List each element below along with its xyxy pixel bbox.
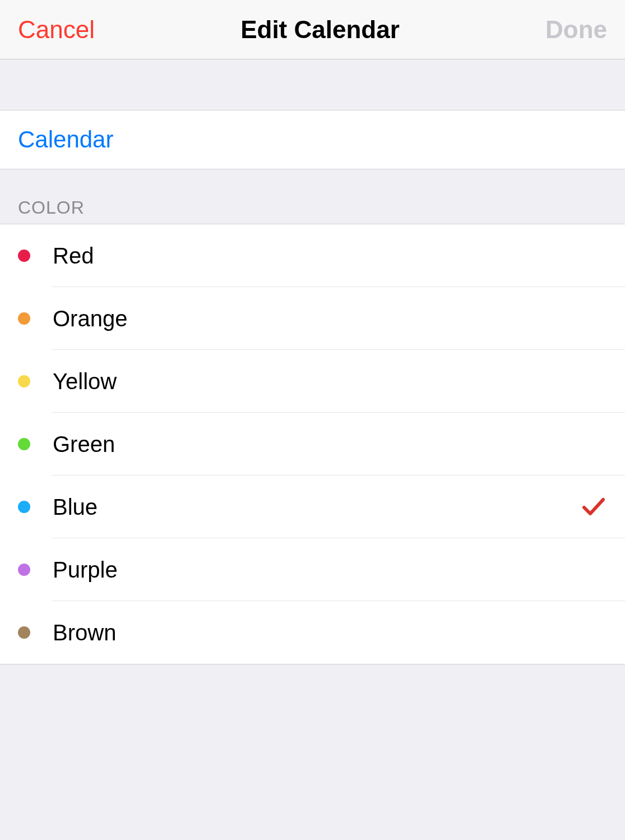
color-option-label: Purple bbox=[53, 557, 118, 583]
done-button[interactable]: Done bbox=[545, 16, 607, 44]
checkmark-icon bbox=[582, 497, 605, 516]
spacer bbox=[0, 59, 625, 110]
color-swatch-icon bbox=[18, 626, 30, 639]
color-option-yellow[interactable]: Yellow bbox=[0, 350, 625, 413]
color-option-orange[interactable]: Orange bbox=[0, 287, 625, 350]
color-option-label: Red bbox=[53, 243, 94, 269]
calendar-name-row[interactable]: Calendar bbox=[0, 110, 625, 169]
color-section-header: COLOR bbox=[0, 169, 625, 224]
color-option-purple[interactable]: Purple bbox=[0, 538, 625, 601]
nav-bar: Cancel Edit Calendar Done bbox=[0, 0, 625, 59]
color-list: RedOrangeYellowGreenBluePurpleBrown bbox=[0, 224, 625, 664]
color-option-brown[interactable]: Brown bbox=[0, 601, 625, 664]
color-swatch-icon bbox=[18, 564, 30, 576]
color-option-blue[interactable]: Blue bbox=[0, 476, 625, 538]
color-swatch-icon bbox=[18, 501, 30, 513]
color-option-label: Brown bbox=[53, 620, 116, 645]
color-option-label: Blue bbox=[53, 495, 98, 520]
calendar-name-field[interactable]: Calendar bbox=[18, 126, 113, 153]
cancel-button[interactable]: Cancel bbox=[18, 16, 95, 44]
color-option-label: Yellow bbox=[53, 369, 117, 394]
page-title: Edit Calendar bbox=[240, 16, 400, 44]
color-swatch-icon bbox=[18, 312, 30, 325]
color-swatch-icon bbox=[18, 438, 30, 450]
color-swatch-icon bbox=[18, 250, 30, 262]
color-option-green[interactable]: Green bbox=[0, 413, 625, 476]
color-option-red[interactable]: Red bbox=[0, 224, 625, 287]
color-swatch-icon bbox=[18, 375, 30, 387]
color-option-label: Green bbox=[53, 432, 115, 457]
color-option-label: Orange bbox=[53, 306, 127, 331]
